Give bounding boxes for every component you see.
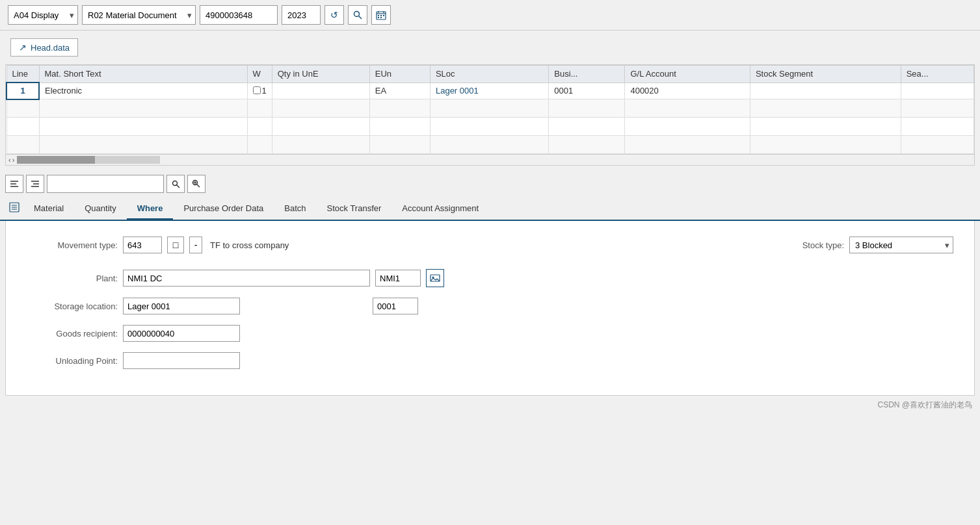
scroll-arrows[interactable]: ‹ › — [8, 156, 14, 164]
cell-line[interactable]: 1 — [7, 83, 39, 99]
tab-stock-transfer[interactable]: Stock Transfer — [317, 198, 392, 220]
cell-sloc: Lager 0001 — [430, 83, 548, 99]
goods-recipient-row: Goods recipient: — [27, 325, 953, 342]
col-sloc: SLoc — [430, 66, 548, 83]
cell-gl-account: 400020 — [625, 83, 750, 99]
refresh-button[interactable]: ↺ — [324, 5, 344, 25]
storage-location-code-input[interactable] — [373, 298, 418, 314]
svg-rect-6 — [378, 15, 379, 16]
table-section: Line Mat. Short Text W Qty in UnE EUn SL… — [5, 64, 975, 166]
stock-type-label: Stock type: — [802, 240, 844, 250]
cell-stock-segment — [750, 83, 901, 99]
head-data-section: ↗ Head.data — [0, 31, 980, 64]
w-checkbox[interactable] — [253, 86, 261, 94]
document-type-select[interactable]: R02 Material Document — [82, 5, 196, 25]
tab-purchase-order-data[interactable]: Purchase Order Data — [173, 198, 274, 220]
watermark-text: CSDN @喜欢打酱油的老鸟 — [877, 400, 972, 409]
empty-seg-3 — [750, 136, 901, 154]
movement-type-input[interactable] — [123, 237, 162, 253]
align-right-icon — [31, 179, 40, 188]
tab-list-icon — [9, 202, 20, 212]
scroll-track[interactable] — [17, 156, 160, 164]
storage-location-name-input[interactable] — [123, 298, 240, 314]
empty-w-3 — [247, 136, 272, 154]
empty-gl-2 — [625, 118, 750, 136]
col-sea: Sea... — [901, 66, 973, 83]
watermark: CSDN @喜欢打酱油的老鸟 — [0, 396, 980, 415]
svg-line-1 — [359, 16, 362, 19]
stock-type-select-wrapper: 3 Blocked ▾ — [849, 237, 953, 253]
tab-icon-button[interactable] — [5, 197, 23, 220]
calendar-button[interactable] — [371, 5, 391, 25]
svg-rect-8 — [383, 15, 384, 16]
align-left-button[interactable] — [5, 175, 23, 193]
empty-seg-2 — [750, 118, 901, 136]
goods-recipient-input[interactable] — [123, 325, 240, 342]
col-stock-segment: Stock Segment — [750, 66, 901, 83]
search-button[interactable] — [348, 5, 367, 25]
document-type-wrapper: R02 Material Document ▾ — [82, 5, 196, 25]
document-number-input[interactable] — [200, 5, 278, 25]
empty-sloc-1 — [430, 99, 548, 118]
storage-location-label: Storage location: — [27, 301, 118, 311]
plant-image-button[interactable] — [426, 269, 444, 287]
tab-where[interactable]: Where — [127, 198, 174, 220]
table-row-empty-2 — [7, 118, 974, 136]
col-qty: Qty in UnE — [272, 66, 369, 83]
plant-name-input[interactable] — [123, 270, 370, 287]
search-small-button[interactable] — [166, 175, 185, 193]
tab-quantity[interactable]: Quantity — [74, 198, 126, 220]
cell-w: 1 — [247, 83, 272, 99]
align-right-button[interactable] — [26, 175, 44, 193]
unloading-point-input[interactable] — [123, 352, 240, 369]
stock-type-select[interactable]: 3 Blocked — [849, 237, 953, 253]
col-mat-short-text: Mat. Short Text — [39, 66, 247, 83]
tab-batch[interactable]: Batch — [274, 198, 316, 220]
col-gl-account: G/L Account — [625, 66, 750, 83]
head-data-button[interactable]: ↗ Head.data — [10, 38, 78, 57]
plant-image-icon — [430, 274, 440, 283]
empty-w-1 — [247, 99, 272, 118]
where-tab-content: Movement type: □ - TF to cross company S… — [5, 221, 975, 396]
tab-account-assignment[interactable]: Account Assignment — [391, 198, 489, 220]
movement-type-dash-button[interactable]: - — [189, 237, 202, 253]
storage-location-row: Storage location: — [27, 298, 953, 314]
plant-row: Plant: — [27, 269, 953, 287]
empty-sea-1 — [901, 99, 973, 118]
display-mode-wrapper: A04 Display ▾ — [8, 5, 78, 25]
main-table: Line Mat. Short Text W Qty in UnE EUn SL… — [6, 65, 974, 154]
empty-gl-1 — [625, 99, 750, 118]
stock-type-group: Stock type: 3 Blocked ▾ — [802, 237, 953, 253]
empty-w-2 — [247, 118, 272, 136]
empty-mat-3 — [39, 136, 247, 154]
svg-rect-7 — [380, 15, 382, 16]
empty-sloc-2 — [430, 118, 548, 136]
empty-seg-1 — [750, 99, 901, 118]
unloading-point-label: Unloading Point: — [27, 356, 118, 366]
toolbar-row — [0, 171, 980, 197]
empty-busi-1 — [549, 99, 625, 118]
display-mode-select[interactable]: A04 Display — [8, 5, 78, 25]
year-input[interactable] — [282, 5, 321, 25]
col-w: W — [247, 66, 272, 83]
empty-gl-3 — [625, 136, 750, 154]
search-input[interactable] — [47, 175, 164, 193]
empty-sloc-3 — [430, 136, 548, 154]
table-scrollbar[interactable]: ‹ › — [6, 154, 974, 165]
svg-line-18 — [176, 185, 179, 188]
scroll-right-icon[interactable]: › — [12, 156, 15, 164]
tabs-row: Material Quantity Where Purchase Order D… — [0, 197, 980, 221]
plant-code-input[interactable] — [375, 270, 421, 287]
scroll-left-icon[interactable]: ‹ — [8, 156, 11, 164]
calendar-icon — [376, 10, 386, 20]
cell-qty-value — [272, 83, 369, 99]
head-data-label: Head.data — [31, 43, 70, 53]
empty-qty-3 — [272, 136, 369, 154]
empty-line-3 — [7, 136, 39, 154]
search-plus-button[interactable] — [187, 175, 205, 193]
movement-type-help-button[interactable]: □ — [167, 237, 184, 253]
empty-eun-1 — [369, 99, 430, 118]
search-small-icon — [172, 180, 180, 188]
refresh-icon: ↺ — [330, 10, 338, 20]
tab-material[interactable]: Material — [23, 198, 74, 220]
